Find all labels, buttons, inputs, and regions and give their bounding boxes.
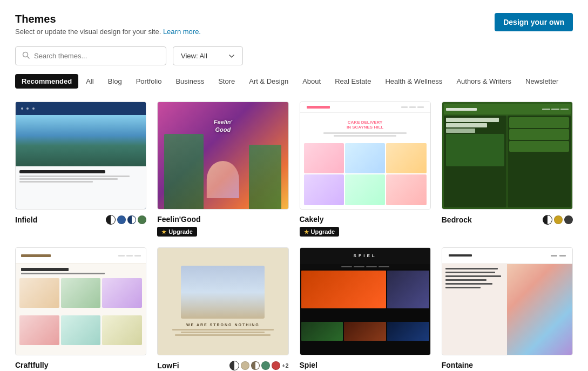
upgrade-badge-feelingood[interactable]: ★ Upgrade — [157, 227, 197, 237]
theme-card-spiel[interactable]: SPIEL — [300, 247, 431, 371]
theme-name-fontaine: Fontaine ★ Upgrade — [442, 361, 482, 371]
theme-info-feelingood: Feelin'Good ★ Upgrade — [157, 215, 288, 237]
filter-tabs: Recommended All Blog Portfolio Business … — [15, 74, 573, 89]
theme-preview-fontaine — [442, 247, 573, 355]
theme-card-craftfully[interactable]: Craftfully ★ Upgrade — [15, 247, 146, 371]
search-icon — [22, 51, 30, 60]
theme-card-fontaine[interactable]: Fontaine ★ Upgrade — [442, 247, 573, 371]
theme-preview-cakely: CAKE DELIVERY IN SCAYNES HILL — [300, 102, 431, 210]
tab-real-estate[interactable]: Real Estate — [328, 74, 377, 89]
design-your-own-button[interactable]: Design your own — [495, 13, 573, 31]
theme-swatches-bedrock — [543, 215, 573, 225]
theme-info-bedrock: Bedrock — [442, 215, 573, 225]
tab-recommended[interactable]: Recommended — [15, 74, 78, 89]
theme-card-bedrock[interactable]: Bedrock — [442, 102, 573, 237]
theme-preview-feelingood: Feelin' Good — [157, 102, 288, 210]
controls-bar: View: All — [15, 46, 573, 65]
theme-info-fontaine: Fontaine ★ Upgrade — [442, 361, 573, 371]
theme-name-bedrock: Bedrock — [442, 215, 472, 224]
tab-all[interactable]: All — [79, 74, 100, 89]
theme-name-craftfully: Craftfully ★ Upgrade — [15, 361, 55, 371]
header-left: Themes Select or update the visual desig… — [15, 13, 201, 36]
page-container: Themes Select or update the visual desig… — [0, 0, 588, 371]
search-input[interactable] — [34, 52, 159, 60]
view-select[interactable]: View: All — [173, 46, 243, 65]
view-select-label: View: All — [181, 52, 207, 60]
tab-business[interactable]: Business — [169, 74, 211, 89]
tab-blog[interactable]: Blog — [102, 74, 129, 89]
page-subtitle: Select or update the visual design for y… — [15, 28, 201, 36]
theme-card-infield[interactable]: Infield — [15, 102, 146, 237]
theme-info-spiel: Spiel ★ Upgrade — [300, 361, 431, 371]
star-icon: ★ — [304, 229, 309, 235]
theme-preview-infield — [15, 102, 146, 210]
theme-info-craftfully: Craftfully ★ Upgrade — [15, 361, 146, 371]
theme-swatches-lowfi: +2 — [229, 361, 289, 370]
search-box[interactable] — [15, 46, 166, 65]
theme-preview-spiel: SPIEL — [300, 247, 431, 355]
theme-preview-lowfi: WE ARE STRONG NOTHING — [157, 247, 288, 355]
themes-grid: Infield Feelin' — [15, 102, 573, 371]
theme-name-lowfi: LowFi — [157, 361, 179, 370]
theme-preview-craftfully — [15, 247, 146, 355]
theme-name-spiel: Spiel ★ Upgrade — [300, 361, 340, 371]
tab-education[interactable]: Education — [566, 74, 573, 89]
upgrade-badge-cakely[interactable]: ★ Upgrade — [300, 227, 340, 237]
page-title: Themes — [15, 13, 201, 25]
theme-info-lowfi: LowFi +2 — [157, 361, 288, 370]
theme-info-infield: Infield — [15, 215, 146, 225]
theme-swatches-infield — [106, 215, 146, 225]
page-header: Themes Select or update the visual desig… — [15, 13, 573, 36]
tab-health-wellness[interactable]: Health & Wellness — [379, 74, 449, 89]
tab-authors-writers[interactable]: Authors & Writers — [450, 74, 518, 89]
tab-newsletter[interactable]: Newsletter — [519, 74, 565, 89]
theme-name-cakely: Cakely ★ Upgrade — [300, 215, 340, 237]
learn-more-link[interactable]: Learn more. — [163, 28, 201, 36]
theme-name-infield: Infield — [15, 215, 37, 224]
tab-about[interactable]: About — [296, 74, 327, 89]
tab-art-design[interactable]: Art & Design — [242, 74, 295, 89]
theme-preview-bedrock — [442, 102, 573, 210]
chevron-down-icon — [228, 53, 235, 59]
theme-card-lowfi[interactable]: WE ARE STRONG NOTHING LowFi +2 — [157, 247, 288, 371]
theme-card-feelingood[interactable]: Feelin' Good Feelin'Good ★ Upgrade — [157, 102, 288, 237]
theme-card-cakely[interactable]: CAKE DELIVERY IN SCAYNES HILL — [300, 102, 431, 237]
tab-store[interactable]: Store — [212, 74, 241, 89]
star-icon: ★ — [161, 229, 166, 235]
tab-portfolio[interactable]: Portfolio — [130, 74, 168, 89]
theme-name-feelingood: Feelin'Good ★ Upgrade — [157, 215, 200, 237]
svg-line-1 — [28, 57, 30, 59]
theme-info-cakely: Cakely ★ Upgrade — [300, 215, 431, 237]
